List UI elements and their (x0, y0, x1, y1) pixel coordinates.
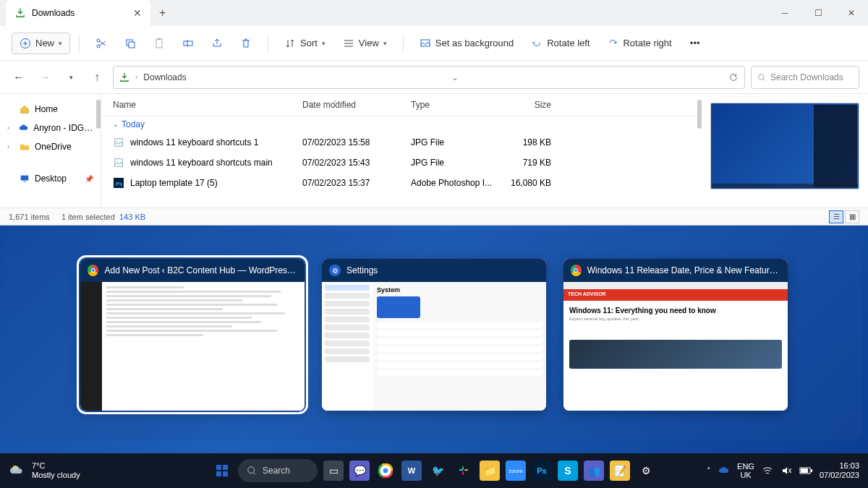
onedrive-tray-icon[interactable] (718, 465, 730, 476)
clock[interactable]: 16:03 07/02/2023 (820, 461, 859, 480)
minimize-button[interactable]: ─ (768, 0, 801, 26)
expand-icon[interactable]: › (7, 143, 14, 150)
trash-icon (240, 38, 252, 49)
sidebar-item-desktop[interactable]: Desktop 📌 (0, 169, 101, 188)
chevron-down-icon: ▾ (383, 40, 387, 47)
task-view-button[interactable]: ▭ (323, 461, 344, 481)
titlebar: Downloads ✕ + ─ ☐ ✕ (0, 0, 868, 26)
svg-point-14 (116, 160, 118, 162)
forward-button[interactable]: → (35, 67, 55, 87)
weather-widget[interactable]: 7°C Mostly cloudy (9, 461, 80, 480)
photoshop-icon[interactable]: Ps (532, 461, 552, 481)
close-tab-icon[interactable]: ✕ (133, 7, 142, 19)
download-icon (119, 72, 129, 82)
wifi-icon[interactable] (762, 465, 773, 476)
svg-text:Ps: Ps (116, 181, 123, 187)
group-today[interactable]: ⌄ Today (101, 116, 702, 132)
switcher-card-techadvisor[interactable]: Windows 11 Release Date, Price & New Fea… (563, 259, 788, 411)
rename-button[interactable] (175, 33, 201, 53)
share-button[interactable] (204, 33, 230, 53)
file-row[interactable]: windows 11 keyboard shortcuts 107/02/202… (101, 132, 702, 153)
cut-button[interactable] (88, 33, 114, 53)
taskbar-search-label: Search (263, 466, 290, 476)
pin-icon[interactable]: 📌 (85, 175, 93, 183)
address-dropdown-icon[interactable]: ⌄ (451, 72, 459, 82)
expand-icon[interactable]: › (7, 124, 14, 132)
teams-chat-icon[interactable]: 💬 (349, 461, 370, 481)
word-icon[interactable]: W (401, 461, 422, 481)
sidebar-item-home[interactable]: Home (0, 100, 101, 119)
taskbar-search[interactable]: Search (238, 459, 318, 482)
paste-button[interactable] (146, 33, 172, 53)
chrome-icon[interactable] (375, 461, 396, 481)
share-icon (211, 38, 223, 49)
tab-downloads[interactable]: Downloads ✕ (6, 0, 150, 26)
copy-button[interactable] (117, 33, 143, 53)
zoom-icon[interactable]: zoom (506, 461, 526, 481)
desktop-icon (19, 173, 30, 184)
column-date[interactable]: ⌄Date modified (297, 100, 405, 110)
delete-button[interactable] (233, 33, 259, 53)
switcher-card-wordpress[interactable]: Add New Post ‹ B2C Content Hub — WordPre… (80, 259, 305, 411)
column-type[interactable]: Type (405, 100, 499, 110)
file-row[interactable]: windows 11 keyboard shortcuts main07/02/… (101, 153, 702, 173)
file-row[interactable]: PsLaptop template 17 (5)07/02/2023 15:37… (101, 173, 702, 193)
address-bar[interactable]: › Downloads ⌄ (113, 66, 745, 89)
column-size[interactable]: Size (499, 100, 557, 110)
sidebar-item-onedrive[interactable]: › OneDrive (0, 137, 101, 156)
maximize-button[interactable]: ☐ (801, 0, 835, 26)
status-selected: 1 item selected (61, 213, 115, 221)
chevron-down-icon: ▾ (322, 40, 326, 47)
recent-button[interactable]: ▾ (61, 67, 81, 87)
switcher-card-settings[interactable]: ⚙ Settings System (322, 259, 546, 411)
thumbnails-view-button[interactable]: ▦ (845, 210, 859, 223)
collapse-icon[interactable]: ⌄ (113, 121, 119, 128)
column-name[interactable]: Name (101, 100, 297, 110)
switcher-title: Add New Post ‹ B2C Content Hub — WordPre… (104, 265, 297, 275)
settings-icon[interactable]: ⚙ (636, 461, 656, 481)
toolbar: New ▾ Sort ▾ View ▾ Set as background Ro… (0, 26, 868, 61)
svg-point-22 (248, 467, 255, 474)
slack-icon[interactable] (454, 461, 474, 481)
app-icon[interactable]: 🐦 (427, 461, 448, 481)
date: 07/02/2023 (820, 471, 859, 480)
new-tab-button[interactable]: + (159, 7, 166, 20)
close-button[interactable]: ✕ (835, 0, 868, 26)
file-explorer-icon[interactable]: 📁 (480, 461, 500, 481)
breadcrumb[interactable]: Downloads (143, 72, 186, 82)
start-button[interactable] (212, 461, 232, 481)
back-button[interactable]: ← (9, 67, 29, 87)
svg-rect-20 (216, 471, 221, 476)
new-button[interactable]: New ▾ (12, 33, 70, 54)
sidebar-item-onedrive-personal[interactable]: › Anyron - IDG Inc (0, 119, 101, 137)
sidebar-scrollbar[interactable] (96, 100, 101, 129)
snagit-icon[interactable]: S (558, 461, 578, 481)
search-input[interactable]: Search Downloads (751, 66, 859, 89)
plus-circle-icon (20, 38, 31, 49)
more-button[interactable]: ••• (682, 33, 708, 53)
details-view-button[interactable]: ☰ (829, 210, 843, 223)
set-background-button[interactable]: Set as background (412, 33, 521, 53)
sort-button[interactable]: Sort ▾ (277, 33, 333, 53)
svg-rect-4 (129, 42, 135, 48)
tray-expand-icon[interactable]: ˄ (707, 466, 711, 476)
language-indicator[interactable]: ENG UK (737, 462, 754, 479)
file-date: 07/02/2023 15:43 (297, 158, 405, 168)
view-button[interactable]: View ▾ (336, 33, 394, 53)
svg-point-27 (383, 468, 388, 474)
battery-icon[interactable] (799, 466, 812, 475)
svg-rect-21 (223, 471, 228, 476)
rotate-right-button[interactable]: Rotate right (600, 33, 678, 53)
teams-icon[interactable]: 👥 (584, 461, 604, 481)
file-date: 07/02/2023 15:37 (297, 178, 405, 188)
file-list-scrollbar[interactable] (697, 100, 702, 129)
taskbar: 7°C Mostly cloudy Search ▭ 💬 W 🐦 📁 zoom … (0, 453, 868, 488)
up-button[interactable]: ↑ (87, 67, 107, 87)
notes-icon[interactable]: 📝 (610, 461, 630, 481)
download-icon (14, 7, 26, 19)
navigation-bar: ← → ▾ ↑ › Downloads ⌄ Search Downloads (0, 61, 868, 94)
rotate-left-button[interactable]: Rotate left (524, 33, 597, 53)
volume-icon[interactable] (780, 465, 792, 476)
window-controls: ─ ☐ ✕ (768, 0, 868, 26)
refresh-button[interactable] (728, 72, 739, 82)
